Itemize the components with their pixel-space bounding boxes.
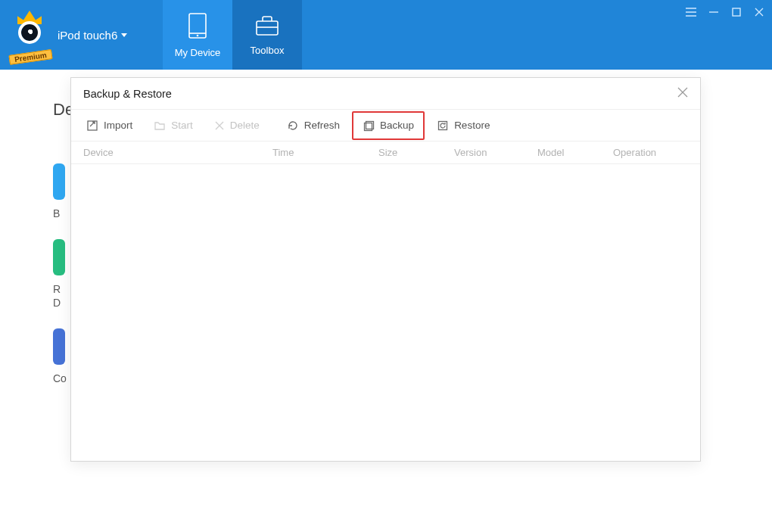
refresh-button[interactable]: Refresh [278,114,349,137]
maximize-button[interactable] [728,5,745,20]
import-button[interactable]: Import [77,114,142,137]
tab-my-device[interactable]: My Device [163,0,232,70]
menu-button[interactable] [683,5,699,20]
brand-block: Premium iPod touch6 [0,0,163,70]
bg-tile [53,239,65,275]
col-device: Device [83,147,272,158]
restore-button[interactable]: Restore [428,114,499,137]
modal-titlebar: Backup & Restore [71,78,700,110]
briefcase-icon [254,14,280,37]
hamburger-icon [686,8,696,17]
col-version: Version [454,147,537,158]
premium-badge: Premium [8,49,52,65]
backup-button[interactable]: Backup [352,111,425,140]
svg-rect-10 [439,121,447,129]
svg-rect-0 [189,14,206,38]
tablet-icon [186,12,209,39]
tab-label: Toolbox [251,45,285,56]
eye-icon [18,21,41,44]
col-size: Size [378,147,454,158]
table-body-empty [71,164,700,461]
window-controls [683,5,767,20]
table-header-row: Device Time Size Version Model Operation [71,142,700,164]
col-operation: Operation [613,147,700,158]
nav-tabs: My Device Toolbox [163,0,302,70]
close-icon [677,87,688,98]
button-label: Import [104,120,132,131]
app-logo: Premium [11,11,48,59]
bg-tile [53,328,65,365]
col-model: Model [537,147,613,158]
button-label: Delete [230,120,260,131]
refresh-icon [287,120,299,132]
backup-restore-modal: Backup & Restore Import Start Delete [70,77,701,462]
svg-rect-6 [733,8,740,16]
bg-tile [53,163,65,200]
tab-toolbox[interactable]: Toolbox [232,0,302,70]
close-button[interactable] [751,5,767,20]
modal-toolbar: Import Start Delete Refresh [71,110,700,142]
folder-icon [154,120,166,132]
modal-close-button[interactable] [677,87,688,101]
col-time: Time [272,147,378,158]
start-button[interactable]: Start [145,114,202,137]
svg-rect-3 [257,21,278,35]
modal-title: Backup & Restore [83,88,172,100]
restore-icon [437,120,449,132]
button-label: Start [171,120,193,131]
minimize-button[interactable] [705,5,722,20]
device-selector-label: iPod touch6 [58,29,117,42]
close-icon [755,8,764,17]
delete-button[interactable]: Delete [205,114,269,136]
maximize-icon [732,8,741,17]
backup-icon [363,120,375,132]
chevron-down-icon [121,33,127,37]
button-label: Backup [380,120,414,131]
import-icon [86,120,98,132]
button-label: Restore [454,120,490,131]
button-label: Refresh [304,120,340,131]
app-header: Premium iPod touch6 My Device Toolbox [0,0,772,70]
minimize-icon [709,8,718,17]
delete-icon [214,120,225,131]
svg-point-2 [197,34,199,36]
svg-rect-7 [88,121,97,130]
tab-label: My Device [175,47,221,58]
device-selector[interactable]: iPod touch6 [58,29,127,42]
